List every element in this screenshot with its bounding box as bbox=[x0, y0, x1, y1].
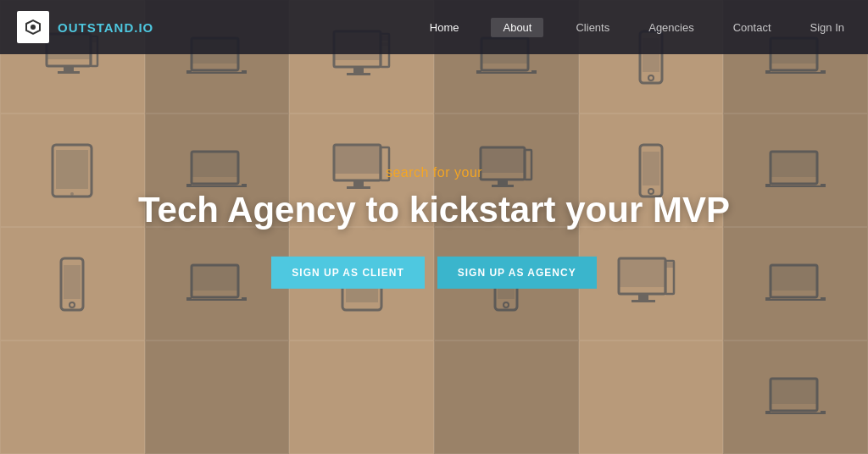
nav-signin[interactable]: Sign In bbox=[804, 18, 851, 37]
grid-cell bbox=[289, 340, 434, 454]
hero-title: Tech Agency to kickstart your MVP bbox=[137, 189, 731, 231]
nav-links: Home About Clients Agencies Contact Sign… bbox=[423, 18, 851, 37]
grid-cell bbox=[145, 340, 290, 454]
svg-point-24 bbox=[70, 192, 74, 196]
svg-rect-41 bbox=[771, 152, 817, 177]
svg-rect-61 bbox=[771, 379, 817, 404]
grid-cell bbox=[0, 340, 145, 454]
nav-agencies[interactable]: Agencies bbox=[642, 18, 700, 37]
svg-point-62 bbox=[31, 25, 36, 30]
svg-point-44 bbox=[70, 302, 75, 307]
grid-cell bbox=[434, 340, 579, 454]
signup-client-button[interactable]: SIGN UP AS CLIENT bbox=[271, 257, 424, 289]
device-laptop7 bbox=[764, 258, 827, 309]
grid-cell bbox=[579, 340, 724, 454]
logo-area: OUTSTAND.IO bbox=[17, 11, 186, 43]
device-tablet bbox=[51, 143, 93, 198]
logo-icon bbox=[17, 11, 49, 43]
grid-cell bbox=[723, 227, 868, 340]
svg-rect-10 bbox=[353, 67, 364, 73]
nav-home[interactable]: Home bbox=[423, 18, 466, 37]
nav-about[interactable]: About bbox=[491, 18, 543, 37]
svg-point-19 bbox=[648, 75, 654, 80]
svg-rect-2 bbox=[64, 66, 74, 71]
device-laptop8 bbox=[764, 372, 827, 423]
svg-rect-55 bbox=[632, 300, 655, 302]
grid-cell bbox=[0, 227, 145, 340]
svg-point-51 bbox=[504, 302, 509, 307]
signup-agency-button[interactable]: SIGN UP AS AGENCY bbox=[437, 257, 597, 289]
nav-clients[interactable]: Clients bbox=[569, 18, 616, 37]
svg-rect-59 bbox=[771, 265, 817, 291]
grid-cell bbox=[0, 114, 145, 227]
brand-name: OUTSTAND.IO bbox=[58, 20, 153, 35]
hero-subtitle: search for your bbox=[137, 165, 731, 180]
nav-contact[interactable]: Contact bbox=[726, 18, 778, 37]
hero-section: search for your Tech Agency to kickstart… bbox=[137, 165, 731, 289]
device-laptop5 bbox=[764, 145, 827, 196]
svg-rect-54 bbox=[638, 294, 648, 300]
navbar: OUTSTAND.IO Home About Clients Agencies … bbox=[0, 0, 868, 54]
hero-buttons: SIGN UP AS CLIENT SIGN UP AS AGENCY bbox=[137, 257, 731, 289]
device-phone3 bbox=[59, 257, 85, 312]
grid-cell bbox=[723, 340, 868, 454]
brand-name-part1: OUTSTAND bbox=[58, 20, 134, 35]
svg-rect-11 bbox=[347, 73, 370, 75]
svg-rect-43 bbox=[64, 265, 81, 299]
svg-rect-3 bbox=[58, 71, 80, 74]
svg-rect-23 bbox=[56, 150, 88, 189]
brand-name-part2: .IO bbox=[134, 20, 153, 35]
grid-cell bbox=[723, 114, 868, 227]
